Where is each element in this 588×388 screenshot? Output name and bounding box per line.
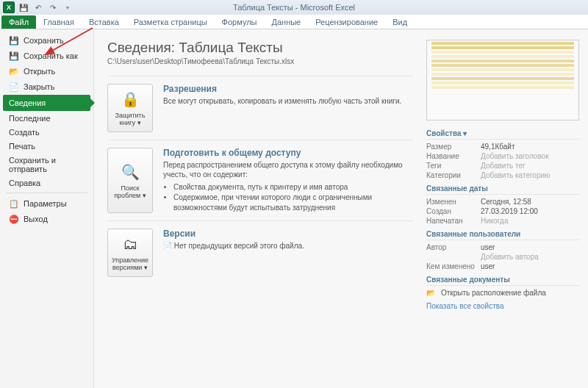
save-as-icon: 💾 [9, 51, 19, 61]
props-users-title: Связанные пользователи [426, 230, 579, 240]
tab-insert[interactable]: Вставка [82, 15, 126, 29]
properties-panel: Свойства ▾ Размер49,1Кбайт НазваниеДобав… [426, 29, 588, 388]
sidebar-item-exit[interactable]: ⛔Выход [3, 212, 90, 226]
tab-page-layout[interactable]: Разметка страницы [126, 15, 215, 29]
props-docs-title: Связанные документы [426, 276, 579, 286]
document-preview [426, 40, 579, 121]
sidebar-item-recent[interactable]: Последние [3, 112, 90, 125]
list-item: 📄 Нет предыдущих версий этого файла. [163, 241, 413, 251]
backstage-view: 💾Сохранить 💾Сохранить как 📂Открыть 📄Закр… [0, 29, 588, 388]
sidebar-label: Справка [9, 179, 40, 187]
window-title: Таблица Тексты - Microsoft Excel [233, 3, 355, 12]
list-item: Содержимое, при чтении которого люди с о… [173, 193, 413, 212]
prop-row: Авторuser [426, 242, 579, 252]
inspect-icon: 🔍 [120, 162, 140, 182]
redo-icon[interactable]: ↷ [47, 1, 59, 13]
sidebar-label: Создать [9, 128, 40, 137]
prop-row: Создан27.03.2019 12:00 [426, 206, 579, 216]
sidebar-label: Сохранить как [24, 51, 78, 60]
save-icon: 💾 [9, 35, 19, 46]
list-item: Свойства документа, путь к принтеру и им… [173, 182, 413, 193]
prop-row: НазваниеДобавить заголовок [426, 151, 579, 161]
sidebar-item-print[interactable]: Печать [3, 140, 90, 153]
sidebar-label: Параметры [24, 199, 67, 208]
sidebar-item-share[interactable]: Сохранить и отправить [3, 154, 90, 176]
sidebar-item-info[interactable]: Сведения [3, 95, 90, 111]
page-path: C:\Users\user\Desktop\Тимофеева\Таблица … [107, 57, 413, 65]
versions-icon: 🗂 [120, 234, 140, 254]
sidebar-label: Последние [9, 114, 51, 123]
open-location-link[interactable]: 📂Открыть расположение файла [426, 288, 579, 298]
separator [6, 193, 87, 193]
sidebar-label: Сохранить и отправить [9, 156, 85, 173]
lock-icon: 🔒 [120, 89, 140, 109]
section-versions: 🗂 Управление версиями ▾ Версии 📄 Нет пре… [107, 220, 413, 284]
sidebar-label: Печать [9, 142, 35, 151]
sidebar: 💾Сохранить 💾Сохранить как 📂Открыть 📄Закр… [0, 29, 94, 388]
check-issues-button[interactable]: 🔍 Поиск проблем ▾ [107, 148, 153, 214]
props-title[interactable]: Свойства ▾ [426, 129, 579, 140]
tab-view[interactable]: Вид [385, 15, 415, 29]
section-prepare: 🔍 Поиск проблем ▾ Подготовить к общему д… [107, 140, 413, 221]
sidebar-item-close[interactable]: 📄Закрыть [3, 79, 90, 94]
sidebar-item-open[interactable]: 📂Открыть [3, 64, 90, 79]
prop-row: КатегорииДобавить категорию [426, 170, 579, 180]
tab-file[interactable]: Файл [1, 15, 36, 29]
sidebar-label: Сведения [9, 98, 46, 107]
ribbon-tabs: Файл Главная Вставка Разметка страницы Ф… [0, 15, 588, 29]
content-area: Сведения: Таблица Тексты C:\Users\user\D… [94, 29, 426, 388]
quick-access-toolbar: X 💾 ↶ ↷ ▼ [0, 1, 74, 13]
sidebar-label: Выход [24, 215, 48, 223]
qat-dropdown-icon[interactable]: ▼ [62, 1, 74, 13]
prop-row: НапечатанНикогда [426, 216, 579, 226]
prop-row: Размер49,1Кбайт [426, 142, 579, 151]
button-label: Управление версиями ▾ [110, 257, 151, 272]
button-label: Поиск проблем ▾ [110, 185, 151, 200]
tab-formulas[interactable]: Формулы [215, 15, 265, 29]
section-text: Перед распространением общего доступа к … [163, 160, 413, 180]
section-title: Подготовить к общему доступу [163, 148, 413, 158]
section-text: Все могут открывать, копировать и изменя… [163, 96, 413, 107]
section-permissions: 🔒 Защитить книгу ▾ Разрешения Все могут … [107, 76, 413, 140]
title-bar: X 💾 ↶ ↷ ▼ Таблица Тексты - Microsoft Exc… [0, 0, 588, 15]
undo-icon[interactable]: ↶ [32, 1, 44, 13]
sidebar-item-help[interactable]: Справка [3, 176, 90, 190]
sidebar-label: Закрыть [24, 82, 54, 91]
protect-workbook-button[interactable]: 🔒 Защитить книгу ▾ [107, 84, 153, 132]
sidebar-label: Открыть [24, 67, 55, 76]
sidebar-item-save[interactable]: 💾Сохранить [3, 33, 90, 48]
exit-icon: ⛔ [9, 214, 19, 224]
section-title: Версии [163, 229, 413, 239]
sidebar-item-new[interactable]: Создать [3, 126, 90, 139]
tab-review[interactable]: Рецензирование [308, 15, 385, 29]
gear-icon: 📋 [9, 198, 19, 209]
sidebar-label: Сохранить [24, 36, 64, 45]
tab-home[interactable]: Главная [36, 15, 82, 29]
manage-versions-button[interactable]: 🗂 Управление версиями ▾ [107, 229, 153, 277]
excel-icon[interactable]: X [3, 1, 15, 13]
sidebar-item-save-as[interactable]: 💾Сохранить как [3, 48, 90, 63]
prop-row: Добавить автора [426, 252, 579, 262]
section-title: Разрешения [163, 84, 413, 94]
show-all-props-link[interactable]: Показать все свойства [426, 302, 579, 310]
page-title: Сведения: Таблица Тексты [107, 40, 413, 56]
prop-row: ИзмененСегодня, 12:58 [426, 197, 579, 206]
button-label: Защитить книгу ▾ [110, 112, 151, 127]
close-icon: 📄 [9, 82, 19, 92]
open-icon: 📂 [9, 66, 19, 76]
save-icon[interactable]: 💾 [18, 1, 29, 13]
prop-row: ТегиДобавить тег [426, 161, 579, 170]
tab-data[interactable]: Данные [264, 15, 308, 29]
prop-row: Кем измененоuser [426, 262, 579, 271]
props-dates-title: Связанные даты [426, 184, 579, 195]
sidebar-item-options[interactable]: 📋Параметры [3, 196, 90, 211]
